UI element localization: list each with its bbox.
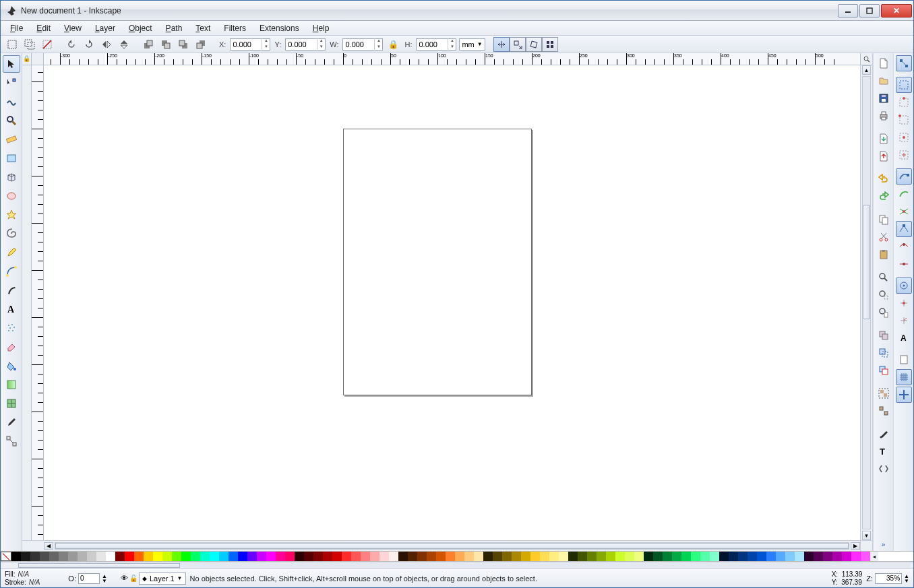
mesh-tool[interactable] xyxy=(3,395,20,412)
color-swatch[interactable] xyxy=(417,552,427,561)
3dbox-tool[interactable] xyxy=(3,168,20,186)
maximize-button[interactable] xyxy=(859,4,880,18)
lower-bottom-button[interactable] xyxy=(193,37,208,52)
text-tool[interactable]: A xyxy=(3,300,20,318)
snap-bbox-button[interactable] xyxy=(896,77,912,93)
color-swatch[interactable] xyxy=(483,552,493,561)
deselect-button[interactable] xyxy=(40,37,55,52)
color-swatch[interactable] xyxy=(59,552,68,561)
zoom-menu-corner[interactable] xyxy=(860,53,872,65)
color-swatch[interactable] xyxy=(615,552,625,561)
color-swatch[interactable] xyxy=(257,552,266,561)
copy-button[interactable] xyxy=(876,211,892,228)
save-button[interactable] xyxy=(876,90,892,106)
undo-button[interactable] xyxy=(876,171,892,187)
color-swatch[interactable] xyxy=(521,552,530,561)
rectangle-tool[interactable] xyxy=(3,150,20,167)
snap-rotation-button[interactable] xyxy=(896,313,912,329)
eraser-tool[interactable] xyxy=(3,338,20,356)
layer-selector[interactable]: ◆ Layer 1 ▼ xyxy=(139,573,186,585)
snap-center-button[interactable] xyxy=(896,295,912,311)
menu-text[interactable]: Text xyxy=(190,22,216,34)
color-swatch[interactable] xyxy=(210,552,219,561)
canvas[interactable] xyxy=(44,65,860,540)
color-swatch[interactable] xyxy=(238,552,247,561)
color-swatch[interactable] xyxy=(436,552,446,561)
color-swatch[interactable] xyxy=(814,552,823,561)
tweak-tool[interactable] xyxy=(3,93,20,110)
color-swatch[interactable] xyxy=(78,552,87,561)
color-swatch[interactable] xyxy=(361,552,370,561)
snap-intersection-button[interactable] xyxy=(896,203,912,220)
color-swatch[interactable] xyxy=(851,552,861,561)
color-swatch[interactable] xyxy=(597,552,606,561)
color-swatch[interactable] xyxy=(125,552,134,561)
pencil-tool[interactable] xyxy=(3,244,20,261)
color-swatch[interactable] xyxy=(474,552,483,561)
snap-bbox-center-button[interactable] xyxy=(896,147,912,163)
color-swatch[interactable] xyxy=(710,552,719,561)
snap-page-button[interactable] xyxy=(896,352,912,368)
snap-bbox-corner-button[interactable] xyxy=(896,112,912,128)
color-swatch[interactable] xyxy=(162,552,172,561)
color-swatch[interactable] xyxy=(493,552,502,561)
color-swatch[interactable] xyxy=(115,552,125,561)
menu-layer[interactable]: Layer xyxy=(90,22,121,34)
affect-scale-button[interactable] xyxy=(510,37,526,52)
measure-tool[interactable] xyxy=(3,131,20,148)
color-swatch[interactable] xyxy=(247,552,257,561)
star-tool[interactable] xyxy=(3,206,20,224)
color-swatch[interactable] xyxy=(785,552,795,561)
color-swatch[interactable] xyxy=(153,552,162,561)
new-document-button[interactable] xyxy=(876,55,892,71)
color-swatch[interactable] xyxy=(370,552,379,561)
unlink-clone-button[interactable] xyxy=(876,362,892,379)
color-swatch[interactable] xyxy=(304,552,313,561)
color-swatch[interactable] xyxy=(379,552,389,561)
color-swatch[interactable] xyxy=(832,552,842,561)
menu-extensions[interactable]: Extensions xyxy=(254,22,305,34)
color-swatch[interactable] xyxy=(549,552,559,561)
menu-path[interactable]: Path xyxy=(160,22,188,34)
color-swatch[interactable] xyxy=(738,552,748,561)
flip-horizontal-button[interactable] xyxy=(99,37,114,52)
color-swatch[interactable] xyxy=(512,552,521,561)
color-swatch[interactable] xyxy=(200,552,210,561)
color-swatch[interactable] xyxy=(285,552,295,561)
vertical-scrollbar[interactable]: ▲ ▼ xyxy=(860,65,872,540)
rotate-ccw-button[interactable] xyxy=(64,37,79,52)
snap-enable-button[interactable] xyxy=(896,55,912,71)
spray-tool[interactable] xyxy=(3,319,20,337)
menu-view[interactable]: View xyxy=(59,22,87,34)
select-all-button[interactable] xyxy=(5,37,20,52)
color-swatch[interactable] xyxy=(351,552,361,561)
duplicate-button[interactable] xyxy=(876,327,892,344)
color-swatch[interactable] xyxy=(502,552,512,561)
color-swatch[interactable] xyxy=(266,552,276,561)
color-swatch[interactable] xyxy=(134,552,144,561)
color-swatch[interactable] xyxy=(398,552,408,561)
color-swatch[interactable] xyxy=(427,552,436,561)
color-swatch[interactable] xyxy=(144,552,153,561)
text-dialog-button[interactable]: T xyxy=(876,443,892,459)
menu-object[interactable]: Object xyxy=(123,22,158,34)
color-swatch[interactable] xyxy=(228,552,238,561)
bezier-tool[interactable] xyxy=(3,263,20,280)
color-swatch[interactable] xyxy=(219,552,228,561)
color-swatch[interactable] xyxy=(776,552,785,561)
cut-button[interactable] xyxy=(876,229,892,245)
raise-button[interactable] xyxy=(158,37,173,52)
horizontal-scrollbar[interactable]: ◀ ▶ xyxy=(44,540,860,551)
color-swatch[interactable] xyxy=(540,552,549,561)
color-swatch[interactable] xyxy=(530,552,540,561)
color-swatch[interactable] xyxy=(172,552,181,561)
menu-help[interactable]: Help xyxy=(307,22,335,34)
connector-tool[interactable] xyxy=(3,432,20,450)
color-swatch[interactable] xyxy=(700,552,710,561)
snap-bbox-midpoint-button[interactable] xyxy=(896,129,912,145)
color-swatch[interactable] xyxy=(408,552,417,561)
color-swatch[interactable] xyxy=(625,552,634,561)
color-swatch[interactable] xyxy=(68,552,78,561)
w-input[interactable]: ▲▼ xyxy=(342,38,383,51)
color-swatch[interactable] xyxy=(729,552,738,561)
